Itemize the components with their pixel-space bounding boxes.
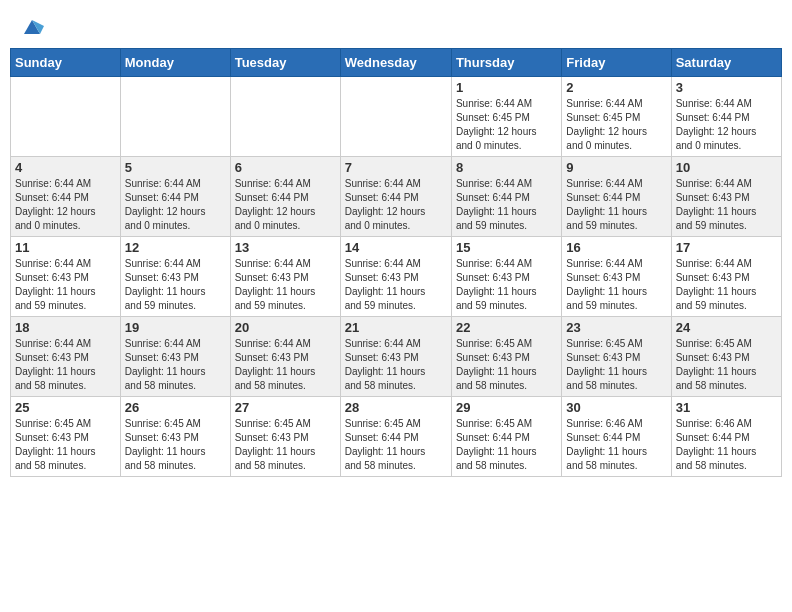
day-number: 7 bbox=[345, 160, 447, 175]
day-info: Sunrise: 6:44 AM Sunset: 6:43 PM Dayligh… bbox=[456, 257, 557, 313]
calendar-cell: 11Sunrise: 6:44 AM Sunset: 6:43 PM Dayli… bbox=[11, 237, 121, 317]
weekday-header-wednesday: Wednesday bbox=[340, 49, 451, 77]
day-number: 31 bbox=[676, 400, 777, 415]
day-info: Sunrise: 6:44 AM Sunset: 6:44 PM Dayligh… bbox=[566, 177, 666, 233]
calendar-cell: 9Sunrise: 6:44 AM Sunset: 6:44 PM Daylig… bbox=[562, 157, 671, 237]
day-number: 1 bbox=[456, 80, 557, 95]
day-info: Sunrise: 6:45 AM Sunset: 6:43 PM Dayligh… bbox=[456, 337, 557, 393]
weekday-header-row: SundayMondayTuesdayWednesdayThursdayFrid… bbox=[11, 49, 782, 77]
day-info: Sunrise: 6:44 AM Sunset: 6:44 PM Dayligh… bbox=[676, 97, 777, 153]
day-number: 17 bbox=[676, 240, 777, 255]
day-number: 6 bbox=[235, 160, 336, 175]
calendar-cell: 16Sunrise: 6:44 AM Sunset: 6:43 PM Dayli… bbox=[562, 237, 671, 317]
calendar-cell: 1Sunrise: 6:44 AM Sunset: 6:45 PM Daylig… bbox=[451, 77, 561, 157]
day-number: 9 bbox=[566, 160, 666, 175]
day-number: 20 bbox=[235, 320, 336, 335]
calendar-cell bbox=[230, 77, 340, 157]
day-info: Sunrise: 6:45 AM Sunset: 6:43 PM Dayligh… bbox=[15, 417, 116, 473]
day-number: 30 bbox=[566, 400, 666, 415]
day-number: 13 bbox=[235, 240, 336, 255]
weekday-header-friday: Friday bbox=[562, 49, 671, 77]
calendar-cell: 25Sunrise: 6:45 AM Sunset: 6:43 PM Dayli… bbox=[11, 397, 121, 477]
calendar-cell: 7Sunrise: 6:44 AM Sunset: 6:44 PM Daylig… bbox=[340, 157, 451, 237]
calendar-cell: 3Sunrise: 6:44 AM Sunset: 6:44 PM Daylig… bbox=[671, 77, 781, 157]
calendar-table: SundayMondayTuesdayWednesdayThursdayFrid… bbox=[10, 48, 782, 477]
calendar-week-5: 25Sunrise: 6:45 AM Sunset: 6:43 PM Dayli… bbox=[11, 397, 782, 477]
day-number: 22 bbox=[456, 320, 557, 335]
day-number: 14 bbox=[345, 240, 447, 255]
calendar-cell: 29Sunrise: 6:45 AM Sunset: 6:44 PM Dayli… bbox=[451, 397, 561, 477]
calendar-cell: 4Sunrise: 6:44 AM Sunset: 6:44 PM Daylig… bbox=[11, 157, 121, 237]
calendar-cell: 6Sunrise: 6:44 AM Sunset: 6:44 PM Daylig… bbox=[230, 157, 340, 237]
calendar-cell: 26Sunrise: 6:45 AM Sunset: 6:43 PM Dayli… bbox=[120, 397, 230, 477]
page-header bbox=[10, 10, 782, 40]
day-info: Sunrise: 6:44 AM Sunset: 6:43 PM Dayligh… bbox=[15, 337, 116, 393]
day-info: Sunrise: 6:45 AM Sunset: 6:44 PM Dayligh… bbox=[345, 417, 447, 473]
calendar-cell: 30Sunrise: 6:46 AM Sunset: 6:44 PM Dayli… bbox=[562, 397, 671, 477]
day-info: Sunrise: 6:44 AM Sunset: 6:43 PM Dayligh… bbox=[235, 337, 336, 393]
calendar-cell: 23Sunrise: 6:45 AM Sunset: 6:43 PM Dayli… bbox=[562, 317, 671, 397]
calendar-cell: 20Sunrise: 6:44 AM Sunset: 6:43 PM Dayli… bbox=[230, 317, 340, 397]
day-info: Sunrise: 6:44 AM Sunset: 6:43 PM Dayligh… bbox=[125, 257, 226, 313]
day-number: 12 bbox=[125, 240, 226, 255]
day-number: 25 bbox=[15, 400, 116, 415]
calendar-cell bbox=[11, 77, 121, 157]
day-info: Sunrise: 6:44 AM Sunset: 6:43 PM Dayligh… bbox=[676, 257, 777, 313]
calendar-cell: 24Sunrise: 6:45 AM Sunset: 6:43 PM Dayli… bbox=[671, 317, 781, 397]
day-number: 27 bbox=[235, 400, 336, 415]
day-info: Sunrise: 6:44 AM Sunset: 6:43 PM Dayligh… bbox=[15, 257, 116, 313]
calendar-cell: 21Sunrise: 6:44 AM Sunset: 6:43 PM Dayli… bbox=[340, 317, 451, 397]
day-info: Sunrise: 6:44 AM Sunset: 6:43 PM Dayligh… bbox=[676, 177, 777, 233]
day-info: Sunrise: 6:44 AM Sunset: 6:43 PM Dayligh… bbox=[345, 257, 447, 313]
calendar-cell: 10Sunrise: 6:44 AM Sunset: 6:43 PM Dayli… bbox=[671, 157, 781, 237]
day-info: Sunrise: 6:45 AM Sunset: 6:43 PM Dayligh… bbox=[125, 417, 226, 473]
day-info: Sunrise: 6:44 AM Sunset: 6:43 PM Dayligh… bbox=[566, 257, 666, 313]
calendar-cell: 15Sunrise: 6:44 AM Sunset: 6:43 PM Dayli… bbox=[451, 237, 561, 317]
day-info: Sunrise: 6:44 AM Sunset: 6:45 PM Dayligh… bbox=[566, 97, 666, 153]
day-info: Sunrise: 6:44 AM Sunset: 6:43 PM Dayligh… bbox=[235, 257, 336, 313]
calendar-cell bbox=[340, 77, 451, 157]
logo bbox=[18, 16, 44, 40]
day-number: 28 bbox=[345, 400, 447, 415]
day-number: 11 bbox=[15, 240, 116, 255]
day-number: 19 bbox=[125, 320, 226, 335]
calendar-week-1: 1Sunrise: 6:44 AM Sunset: 6:45 PM Daylig… bbox=[11, 77, 782, 157]
weekday-header-thursday: Thursday bbox=[451, 49, 561, 77]
calendar-cell: 28Sunrise: 6:45 AM Sunset: 6:44 PM Dayli… bbox=[340, 397, 451, 477]
day-info: Sunrise: 6:44 AM Sunset: 6:44 PM Dayligh… bbox=[15, 177, 116, 233]
calendar-cell: 5Sunrise: 6:44 AM Sunset: 6:44 PM Daylig… bbox=[120, 157, 230, 237]
day-number: 5 bbox=[125, 160, 226, 175]
day-number: 21 bbox=[345, 320, 447, 335]
day-number: 4 bbox=[15, 160, 116, 175]
day-info: Sunrise: 6:45 AM Sunset: 6:44 PM Dayligh… bbox=[456, 417, 557, 473]
weekday-header-tuesday: Tuesday bbox=[230, 49, 340, 77]
day-info: Sunrise: 6:45 AM Sunset: 6:43 PM Dayligh… bbox=[235, 417, 336, 473]
calendar-cell: 8Sunrise: 6:44 AM Sunset: 6:44 PM Daylig… bbox=[451, 157, 561, 237]
calendar-cell bbox=[120, 77, 230, 157]
day-info: Sunrise: 6:44 AM Sunset: 6:43 PM Dayligh… bbox=[345, 337, 447, 393]
calendar-cell: 18Sunrise: 6:44 AM Sunset: 6:43 PM Dayli… bbox=[11, 317, 121, 397]
day-number: 18 bbox=[15, 320, 116, 335]
day-number: 23 bbox=[566, 320, 666, 335]
day-number: 26 bbox=[125, 400, 226, 415]
calendar-week-3: 11Sunrise: 6:44 AM Sunset: 6:43 PM Dayli… bbox=[11, 237, 782, 317]
calendar-cell: 27Sunrise: 6:45 AM Sunset: 6:43 PM Dayli… bbox=[230, 397, 340, 477]
day-info: Sunrise: 6:46 AM Sunset: 6:44 PM Dayligh… bbox=[676, 417, 777, 473]
calendar-cell: 22Sunrise: 6:45 AM Sunset: 6:43 PM Dayli… bbox=[451, 317, 561, 397]
calendar-cell: 31Sunrise: 6:46 AM Sunset: 6:44 PM Dayli… bbox=[671, 397, 781, 477]
day-info: Sunrise: 6:46 AM Sunset: 6:44 PM Dayligh… bbox=[566, 417, 666, 473]
calendar-week-2: 4Sunrise: 6:44 AM Sunset: 6:44 PM Daylig… bbox=[11, 157, 782, 237]
day-info: Sunrise: 6:45 AM Sunset: 6:43 PM Dayligh… bbox=[676, 337, 777, 393]
day-number: 3 bbox=[676, 80, 777, 95]
weekday-header-monday: Monday bbox=[120, 49, 230, 77]
day-number: 16 bbox=[566, 240, 666, 255]
day-number: 24 bbox=[676, 320, 777, 335]
calendar-cell: 2Sunrise: 6:44 AM Sunset: 6:45 PM Daylig… bbox=[562, 77, 671, 157]
day-info: Sunrise: 6:44 AM Sunset: 6:45 PM Dayligh… bbox=[456, 97, 557, 153]
day-info: Sunrise: 6:45 AM Sunset: 6:43 PM Dayligh… bbox=[566, 337, 666, 393]
calendar-cell: 19Sunrise: 6:44 AM Sunset: 6:43 PM Dayli… bbox=[120, 317, 230, 397]
calendar-cell: 17Sunrise: 6:44 AM Sunset: 6:43 PM Dayli… bbox=[671, 237, 781, 317]
day-number: 2 bbox=[566, 80, 666, 95]
day-info: Sunrise: 6:44 AM Sunset: 6:44 PM Dayligh… bbox=[125, 177, 226, 233]
day-number: 29 bbox=[456, 400, 557, 415]
